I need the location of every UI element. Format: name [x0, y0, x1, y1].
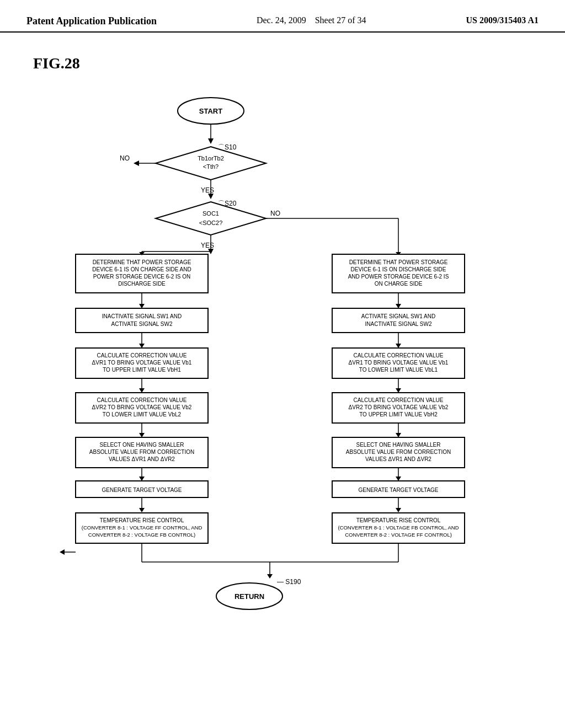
svg-text:TO LOWER LIMIT VALUE VbL2: TO LOWER LIMIT VALUE VbL2: [103, 411, 182, 417]
svg-text:ACTIVATE SIGNAL SW2: ACTIVATE SIGNAL SW2: [111, 321, 173, 327]
svg-text:TO UPPER LIMIT VALUE VbH2: TO UPPER LIMIT VALUE VbH2: [359, 411, 438, 417]
svg-marker-112: [396, 508, 401, 512]
svg-text:SELECT ONE HAVING SMALLER: SELECT ONE HAVING SMALLER: [356, 442, 440, 448]
svg-marker-88: [396, 433, 401, 437]
svg-text:NO: NO: [270, 210, 280, 217]
svg-marker-12: [208, 194, 214, 199]
svg-text:ON CHARGE SIDE: ON CHARGE SIDE: [375, 281, 423, 287]
svg-text:START: START: [199, 107, 222, 115]
svg-text:AND POWER STORAGE DEVICE 6-2 I: AND POWER STORAGE DEVICE 6-2 IS: [348, 274, 449, 280]
svg-text:DEVICE 6-1 IS ON CHARGE SIDE A: DEVICE 6-1 IS ON CHARGE SIDE AND: [92, 266, 191, 272]
svg-marker-124: [60, 549, 65, 555]
patent-number: US 2009/315403 A1: [466, 15, 539, 25]
svg-marker-122: [267, 574, 273, 579]
diagram-area: FIG.28 START ⌒S10 Tb1orTb2 <Tth? NO YES …: [0, 33, 565, 712]
svg-text:CALCULATE CORRECTION VALUE: CALCULATE CORRECTION VALUE: [97, 352, 187, 358]
svg-text:GENERATE TARGET VOLTAGE: GENERATE TARGET VOLTAGE: [102, 487, 182, 493]
svg-text:VALUES ΔVR1 AND ΔVR2: VALUES ΔVR1 AND ΔVR2: [109, 456, 175, 462]
svg-text:GENERATE TARGET VOLTAGE: GENERATE TARGET VOLTAGE: [358, 487, 438, 493]
svg-rect-49: [332, 308, 465, 333]
svg-text:(CONVERTER 8-1 : VOLTAGE FB CO: (CONVERTER 8-1 : VOLTAGE FB CONTROL, AND: [338, 524, 459, 531]
svg-text:TEMPERATURE RISE CONTROL: TEMPERATURE RISE CONTROL: [356, 517, 441, 523]
svg-text:DETERMINE THAT POWER STORAGE: DETERMINE THAT POWER STORAGE: [93, 259, 191, 265]
svg-marker-41: [139, 304, 145, 308]
svg-text:CALCULATE CORRECTION VALUE: CALCULATE CORRECTION VALUE: [97, 397, 187, 403]
svg-marker-100: [396, 477, 401, 481]
svg-text:NO: NO: [120, 154, 130, 162]
svg-text:ABSOLUTE VALUE FROM CORRECTION: ABSOLUTE VALUE FROM CORRECTION: [89, 449, 194, 455]
svg-text:TO LOWER LIMIT VALUE VbL1: TO LOWER LIMIT VALUE VbL1: [359, 367, 438, 373]
svg-marker-60: [396, 344, 401, 348]
svg-text:INACTIVATE SIGNAL SW1 AND: INACTIVATE SIGNAL SW1 AND: [102, 313, 182, 319]
svg-text:CALCULATE CORRECTION VALUE: CALCULATE CORRECTION VALUE: [354, 352, 444, 358]
svg-text:ΔVR1 TO BRING VOLTAGE VALUE Vb: ΔVR1 TO BRING VOLTAGE VALUE Vb1: [349, 360, 449, 366]
svg-text:ACTIVATE SIGNAL SW1 AND: ACTIVATE SIGNAL SW1 AND: [361, 313, 435, 319]
svg-text:SELECT ONE HAVING SMALLER: SELECT ONE HAVING SMALLER: [99, 442, 184, 448]
svg-marker-53: [139, 344, 145, 348]
svg-text:<SOC2?: <SOC2?: [199, 220, 223, 226]
flowchart-svg: START ⌒S10 Tb1orTb2 <Tth? NO YES ⌒S20 SO…: [34, 83, 531, 690]
svg-marker-3: [208, 138, 214, 144]
svg-text:CONVERTER 8-2 : VOLTAGE FB CON: CONVERTER 8-2 : VOLTAGE FB CONTROL): [88, 532, 195, 538]
svg-marker-74: [396, 388, 401, 393]
svg-text:YES: YES: [201, 242, 214, 249]
svg-text:RETURN: RETURN: [234, 592, 264, 601]
svg-text:TEMPERATURE RISE CONTROL: TEMPERATURE RISE CONTROL: [100, 517, 184, 523]
svg-text:(CONVERTER 8-1 : VOLTAGE FF CO: (CONVERTER 8-1 : VOLTAGE FF CONTROL, AND: [82, 524, 202, 531]
svg-marker-15: [156, 202, 266, 235]
svg-text:DETERMINE THAT POWER STORAGE: DETERMINE THAT POWER STORAGE: [349, 259, 448, 265]
svg-text:<Tth?: <Tth?: [203, 163, 218, 170]
svg-marker-81: [139, 433, 145, 437]
page-header: Patent Application Publication Dec. 24, …: [0, 0, 565, 33]
svg-text:VALUES ΔVR1 AND ΔVR2: VALUES ΔVR1 AND ΔVR2: [365, 456, 431, 462]
svg-text:CALCULATE CORRECTION VALUE: CALCULATE CORRECTION VALUE: [354, 397, 444, 403]
svg-text:ΔVR2 TO BRING VOLTAGE VALUE Vb: ΔVR2 TO BRING VOLTAGE VALUE Vb2: [92, 404, 192, 410]
svg-text:YES: YES: [201, 186, 214, 194]
publication-date: Dec. 24, 2009 Sheet 27 of 34: [257, 15, 366, 25]
svg-marker-105: [139, 508, 145, 512]
svg-text:ΔVR1 TO BRING VOLTAGE VALUE Vb: ΔVR1 TO BRING VOLTAGE VALUE Vb1: [92, 360, 192, 366]
svg-text:DEVICE 6-1 IS ON DISCHARGE SID: DEVICE 6-1 IS ON DISCHARGE SIDE: [351, 266, 446, 272]
svg-rect-43: [76, 308, 208, 333]
svg-marker-10: [134, 160, 139, 166]
figure-label: FIG.28: [33, 55, 532, 72]
svg-text:ΔVR2 TO BRING VOLTAGE VALUE Vb: ΔVR2 TO BRING VOLTAGE VALUE Vb2: [349, 404, 449, 410]
svg-text:TO UPPER LIMIT VALUE VbH1: TO UPPER LIMIT VALUE VbH1: [103, 367, 181, 373]
svg-text:ABSOLUTE VALUE FROM CORRECTION: ABSOLUTE VALUE FROM CORRECTION: [346, 449, 451, 455]
svg-marker-95: [139, 477, 145, 481]
svg-marker-67: [139, 388, 145, 393]
svg-text:SOC1: SOC1: [202, 210, 219, 217]
svg-text:POWER STORAGE DEVICE 6-2 IS ON: POWER STORAGE DEVICE 6-2 IS ON: [93, 274, 191, 280]
svg-text:— S190: — S190: [277, 578, 301, 586]
svg-text:DISCHARGE SIDE: DISCHARGE SIDE: [118, 281, 166, 287]
svg-text:Tb1orTb2: Tb1orTb2: [198, 155, 224, 162]
publication-title: Patent Application Publication: [26, 15, 157, 27]
svg-text:INACTIVATE SIGNAL SW2: INACTIVATE SIGNAL SW2: [365, 321, 432, 327]
svg-marker-47: [396, 304, 401, 308]
svg-text:CONVERTER 8-2 : VOLTAGE FF CON: CONVERTER 8-2 : VOLTAGE FF CONTROL): [345, 532, 452, 538]
